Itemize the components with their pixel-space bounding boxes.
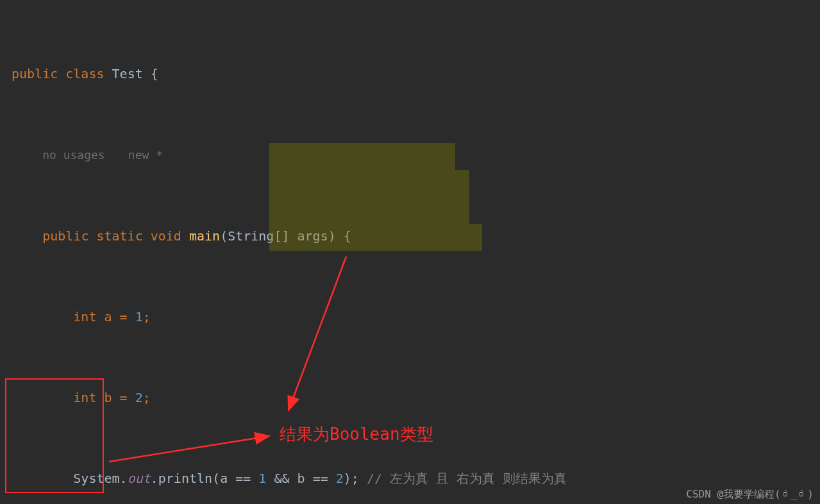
text: .println( [151, 471, 220, 486]
selection-highlight [269, 170, 469, 197]
text: ); [344, 471, 359, 486]
semicolon: ; [143, 390, 151, 405]
expr: && b == [266, 471, 335, 486]
watermark: CSDN @我要学编程(ಥ_ಥ) [686, 488, 814, 501]
field: out [128, 471, 151, 486]
comment: // 左为真 且 右为真 则结果为真 [367, 471, 567, 486]
expr: a == [220, 471, 258, 486]
number: 2 [135, 390, 143, 405]
semicolon: ; [143, 309, 151, 324]
keyword: public static void [42, 228, 189, 244]
keyword: int a = [73, 309, 135, 324]
number: 1 [135, 309, 143, 324]
code-hints-line: no usages new * [0, 141, 820, 169]
text: { [143, 66, 158, 81]
code-line: int a = 1; [0, 303, 820, 330]
keyword: int b = [73, 390, 135, 405]
number: 2 [336, 471, 344, 486]
number: 1 [258, 471, 266, 486]
text: (String[] args) { [220, 228, 351, 244]
code-editor[interactable]: public class Test { no usages new * publ… [0, 0, 820, 504]
method-name: main [189, 228, 220, 244]
code-line: public class Test { [0, 60, 820, 87]
hint-author: new * [128, 148, 163, 162]
text: System. [73, 471, 127, 486]
code-line: public static void main(String[] args) { [0, 223, 820, 249]
selection-highlight [269, 197, 469, 224]
keyword: public class [12, 66, 112, 81]
hint-no-usages: no usages [42, 148, 105, 162]
code-line: int b = 2; [0, 384, 820, 411]
class-name: Test [112, 66, 143, 81]
